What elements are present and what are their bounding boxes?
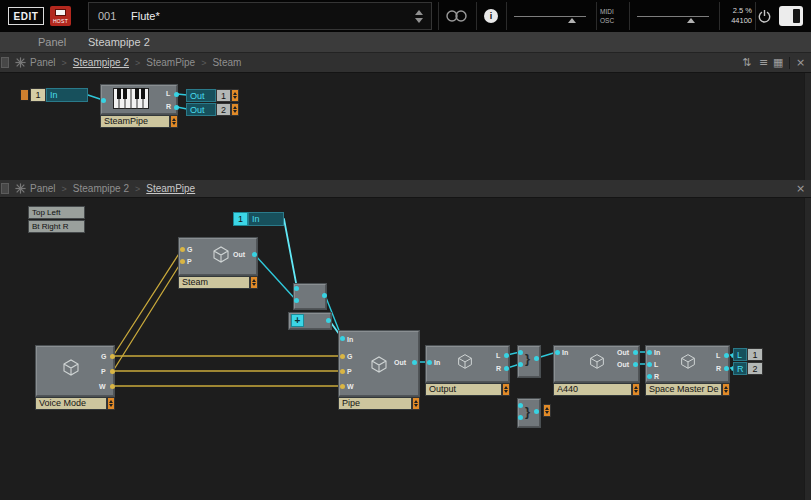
pipe-p-port[interactable] — [340, 369, 345, 374]
close-icon[interactable]: × — [796, 57, 805, 69]
info-icon[interactable]: i — [484, 9, 498, 23]
steam-g-port[interactable] — [180, 247, 185, 252]
terminal-r-module[interactable]: R — [733, 362, 747, 375]
pipe-out-port[interactable] — [412, 360, 417, 365]
space-master-out-l-port[interactable] — [724, 353, 729, 358]
module-name-plate[interactable]: Space Master De — [645, 383, 722, 396]
wire[interactable] — [113, 261, 182, 371]
host-button[interactable]: HOST — [50, 6, 71, 26]
wire[interactable] — [255, 255, 296, 300]
output-r-port[interactable] — [504, 366, 509, 371]
module-stepper[interactable] — [632, 383, 640, 396]
pipe-w-port[interactable] — [340, 384, 345, 389]
module-stepper[interactable] — [107, 397, 115, 410]
merge-in2-port[interactable] — [518, 415, 523, 420]
in-port-value[interactable]: 1 — [233, 212, 248, 226]
module-stepper[interactable] — [170, 115, 178, 128]
module-name-plate[interactable]: SteamPipe — [100, 115, 170, 128]
structure-pane-steam[interactable]: 1 In L R SteamPipe Out 1 Out 2 — [0, 73, 811, 181]
module-name-plate[interactable]: Voice Mode — [35, 397, 107, 410]
edit-button[interactable]: EDIT — [8, 7, 44, 25]
preset-display[interactable]: 001 Flute* — [88, 2, 432, 30]
converter-in2-port[interactable] — [294, 298, 299, 303]
module-name-plate[interactable]: Output — [425, 383, 502, 396]
out2-port-module[interactable]: Out — [186, 103, 216, 116]
converter-out-port[interactable] — [322, 293, 327, 298]
power-icon[interactable] — [757, 9, 772, 24]
scrollbar[interactable] — [804, 73, 811, 180]
pipe-in-port[interactable] — [340, 336, 345, 341]
steam-out-port[interactable] — [252, 252, 257, 257]
merge-in1-port[interactable] — [518, 350, 523, 355]
out2-port-value[interactable]: 2 — [216, 103, 231, 116]
panel-view-toggle[interactable] — [779, 6, 803, 26]
pipe-g-port[interactable] — [340, 354, 345, 359]
out1-port-value[interactable]: 1 — [216, 89, 231, 102]
merge-in1-port[interactable] — [518, 403, 523, 408]
terminal-l-value[interactable]: 1 — [747, 348, 763, 361]
breadcrumb-item[interactable]: SteamPipe — [146, 183, 195, 194]
terminal-l-module[interactable]: L — [733, 348, 747, 361]
steam-p-port[interactable] — [180, 259, 185, 264]
preset-down-icon[interactable] — [415, 18, 423, 23]
breadcrumb-item[interactable]: Steampipe 2 — [73, 57, 129, 68]
slider-marker[interactable] — [687, 18, 695, 23]
a440-out1-port[interactable] — [633, 350, 638, 355]
in-port-module[interactable]: In — [46, 88, 88, 102]
space-master-in-port[interactable] — [647, 350, 652, 355]
wire[interactable] — [284, 219, 297, 288]
tab-panel[interactable]: Panel — [38, 36, 66, 48]
voice-mode-g-port[interactable] — [110, 354, 115, 359]
panel-text-top-left[interactable]: Top Left — [28, 206, 85, 219]
module-stepper[interactable] — [722, 383, 730, 396]
window-handle[interactable] — [1, 183, 9, 194]
link-icon[interactable] — [445, 9, 469, 23]
voice-mode-p-port[interactable] — [110, 369, 115, 374]
module-name-plate[interactable]: Steam — [178, 276, 250, 289]
tab-steampipe2[interactable]: Steampipe 2 — [88, 36, 150, 48]
toolbar-slider-right[interactable] — [631, 2, 717, 30]
breadcrumb-item[interactable]: SteamPipe — [146, 57, 195, 68]
voice-mode-w-port[interactable] — [110, 384, 115, 389]
module-stepper[interactable] — [412, 397, 420, 410]
output-l-port[interactable] — [504, 353, 509, 358]
steampipe-in-port[interactable] — [101, 98, 106, 103]
window-handle[interactable] — [1, 57, 9, 68]
space-master-l-port[interactable] — [647, 362, 652, 367]
steampipe-out-l-port[interactable] — [174, 92, 179, 97]
module-stepper[interactable] — [231, 103, 239, 116]
slider-marker[interactable] — [568, 18, 576, 23]
in-port-value[interactable]: 1 — [30, 88, 46, 102]
terminal-r-value[interactable]: 2 — [747, 362, 763, 375]
structure-pane-steampipe[interactable]: Top Left Bt Right R 1 In G P Out Steam + — [0, 198, 811, 500]
wire[interactable] — [113, 249, 182, 356]
space-master-r-port[interactable] — [647, 374, 652, 379]
scrollbar[interactable] — [804, 198, 811, 500]
out1-port-module[interactable]: Out — [186, 89, 216, 102]
grid-view-icon[interactable]: ▦ — [773, 57, 783, 69]
breadcrumb-item[interactable]: Steampipe 2 — [73, 183, 129, 194]
output-in-port[interactable] — [427, 360, 432, 365]
in-port-module[interactable]: In — [248, 212, 284, 226]
breadcrumb-item[interactable]: Steam — [212, 57, 241, 68]
merge-out-port[interactable] — [534, 356, 539, 361]
module-stepper[interactable] — [231, 89, 239, 102]
sort-icon[interactable]: ⇅ — [742, 57, 751, 69]
module-stepper[interactable] — [502, 383, 510, 396]
merge-in2-port[interactable] — [518, 362, 523, 367]
adder-out-port[interactable] — [326, 318, 331, 323]
breadcrumb-item[interactable]: Panel — [30, 57, 56, 68]
list-view-icon[interactable]: ≡ — [759, 57, 768, 69]
module-name-plate[interactable]: A440 — [553, 383, 632, 396]
breadcrumb-item[interactable]: Panel — [30, 183, 56, 194]
module-stepper[interactable] — [543, 404, 551, 417]
close-icon[interactable]: × — [796, 183, 805, 195]
steampipe-out-r-port[interactable] — [174, 105, 179, 110]
toolbar-slider-left[interactable] — [508, 2, 594, 30]
a440-out2-port[interactable] — [633, 362, 638, 367]
preset-up-icon[interactable] — [415, 10, 423, 15]
merge-out-port[interactable] — [534, 409, 539, 414]
converter-in1-port[interactable] — [294, 286, 299, 291]
preset-stepper[interactable] — [412, 7, 425, 26]
a440-in-port[interactable] — [555, 350, 560, 355]
